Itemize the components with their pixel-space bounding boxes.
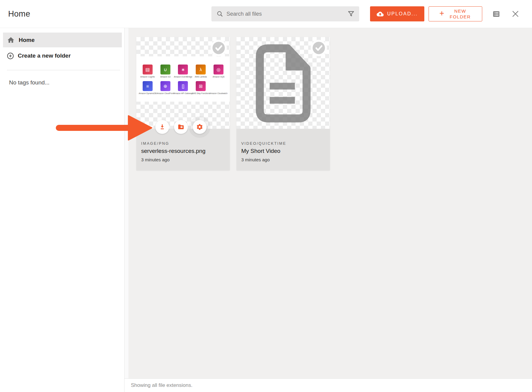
sidebar-create-folder[interactable]: Create a new folder (3, 49, 122, 63)
aws-service-icon: λAWS Lambda (192, 65, 210, 78)
file-type-label: IMAGE/PNG (141, 141, 225, 146)
document-icon (252, 44, 314, 123)
aws-service-icon: ∪Amazon S3 (157, 65, 174, 78)
file-card-serverless-resources[interactable]: ▤Amazon Cognito∪Amazon S3∗Amazon EventBr… (136, 37, 230, 170)
aws-icon-grid: ▤Amazon Cognito∪Amazon S3∗Amazon EventBr… (136, 56, 230, 102)
new-folder-label: NEW FOLDER (449, 8, 471, 20)
sidebar-item-label: Create a new folder (18, 52, 71, 59)
close-button[interactable] (511, 9, 520, 18)
select-checkmark[interactable] (311, 40, 327, 56)
top-bar: Home UPLOAD... + NEW FOLDER (0, 0, 532, 28)
settings-button[interactable] (193, 120, 207, 134)
status-text: Showing all file extensions. (131, 382, 192, 388)
home-icon (7, 36, 15, 44)
gear-icon (196, 123, 203, 131)
download-button[interactable] (155, 120, 169, 134)
aws-service-icon: ≡Amazon DynamoDB (139, 81, 157, 94)
aws-service-icon: ▤Amazon Cognito (139, 65, 157, 78)
sidebar-item-home[interactable]: Home (3, 33, 122, 47)
folder-move-icon (177, 123, 185, 131)
select-checkmark[interactable] (211, 40, 227, 56)
search-icon (216, 10, 223, 17)
list-view-icon (492, 10, 501, 18)
file-actions (155, 120, 207, 134)
file-timestamp: 3 minutes ago (241, 157, 325, 162)
file-card-my-short-video[interactable]: VIDEO/QUICKTIME My Short Video 3 minutes… (236, 37, 330, 170)
upload-button[interactable]: UPLOAD... (370, 6, 424, 21)
page-title: Home (8, 9, 30, 19)
filter-icon[interactable] (347, 10, 355, 18)
aws-service-icon: []Amazon API Gateway (174, 81, 192, 94)
aws-service-icon: ⊞AWS Step Functions (192, 81, 210, 94)
file-thumbnail: ▤Amazon Cognito∪Amazon S3∗Amazon EventBr… (136, 37, 230, 129)
aws-service-icon: ◎Amazon SQS (210, 65, 227, 78)
upload-label: UPLOAD... (387, 11, 418, 17)
file-grid-area: ▤Amazon Cognito∪Amazon S3∗Amazon EventBr… (125, 28, 532, 392)
file-type-label: VIDEO/QUICKTIME (241, 141, 325, 146)
download-icon (159, 123, 166, 131)
search-bar[interactable] (211, 6, 359, 21)
file-thumbnail (236, 37, 330, 129)
list-view-button[interactable] (492, 10, 501, 18)
circle-plus-icon (7, 52, 14, 59)
plus-icon: + (439, 8, 444, 19)
file-name: My Short Video (241, 148, 325, 154)
sidebar: Home Create a new folder No tags found..… (0, 28, 125, 392)
close-icon (511, 9, 520, 18)
sidebar-item-label: Home (19, 37, 35, 43)
aws-service-icon: Amazon Cloudwatch (210, 81, 227, 94)
sidebar-divider (7, 70, 120, 70)
aws-service-icon: ⊕Amazon CloudFront (157, 81, 174, 94)
new-folder-button[interactable]: + NEW FOLDER (429, 6, 482, 21)
file-info: VIDEO/QUICKTIME My Short Video 3 minutes… (236, 129, 330, 170)
aws-service-icon: ∗Amazon EventBridge (174, 65, 192, 78)
file-timestamp: 3 minutes ago (141, 157, 225, 162)
move-to-folder-button[interactable] (174, 120, 188, 134)
no-tags-text: No tags found... (9, 79, 124, 86)
cloud-upload-icon (377, 11, 384, 17)
status-bar: Showing all file extensions. (125, 378, 532, 392)
file-name: serverless-resources.png (141, 148, 225, 154)
search-input[interactable] (226, 11, 344, 17)
file-info: IMAGE/PNG serverless-resources.png 3 min… (136, 129, 230, 170)
